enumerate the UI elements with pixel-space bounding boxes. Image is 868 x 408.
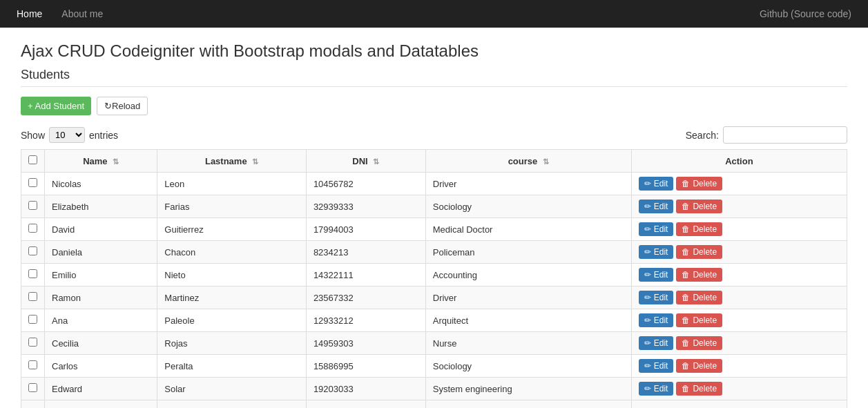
row-name: Carlos [45,355,157,378]
table-row: Elizabeth Farias 32939333 Sociology ✏ Ed… [21,195,847,218]
row-course: Sociology [425,355,631,378]
nav-about[interactable]: About me [59,8,106,19]
add-student-button[interactable]: + Add Student [21,97,91,115]
table-row: David Guitierrez 17994003 Medical Doctor… [21,218,847,241]
course-sort-icon: ⇅ [543,157,549,166]
nav-home[interactable]: Home [14,8,45,19]
edit-button[interactable]: ✏ Edit [639,336,674,350]
show-label: Show [21,130,45,141]
delete-button[interactable]: 🗑 Delete [676,382,722,396]
row-action: ✏ Edit 🗑 Delete [631,332,847,355]
row-lastname: Solar [157,378,307,400]
row-action: ✏ Edit 🗑 Delete [631,309,847,332]
delete-button[interactable]: 🗑 Delete [676,245,722,259]
search-label: Search: [686,130,719,141]
row-action: ✏ Edit 🗑 Delete [631,355,847,378]
pencil-icon: ✏ [644,179,651,188]
delete-button[interactable]: 🗑 Delete [676,268,722,282]
edit-button[interactable]: ✏ Edit [639,313,674,327]
trash-icon: 🗑 [682,361,690,371]
row-name: Elizabeth [45,195,157,218]
row-checkbox-cell [21,378,45,400]
row-checkbox[interactable] [28,178,37,187]
row-checkbox[interactable] [28,201,37,210]
row-checkbox[interactable] [28,383,37,392]
reload-button[interactable]: ↻Reload [97,97,148,115]
row-action: ✏ Edit 🗑 Delete [631,378,847,400]
row-action: ✏ Edit 🗑 Delete [631,218,847,241]
row-action: ✏ Edit 🗑 Delete [631,264,847,286]
row-course: Policeman [425,241,631,264]
pencil-icon: ✏ [644,293,651,302]
row-name: Ana [45,309,157,332]
header-checkbox-col [21,150,45,173]
edit-button[interactable]: ✏ Edit [639,291,674,304]
row-checkbox[interactable] [28,292,37,301]
trash-icon: 🗑 [682,202,690,211]
row-checkbox[interactable] [28,360,37,369]
row-lastname: Peralta [157,355,307,378]
navbar-right: Github (Source code) [757,8,854,19]
entries-select[interactable]: 10 25 50 100 [49,127,85,143]
trash-icon: 🗑 [682,293,690,302]
main-content: Ajax CRUD Codeigniter with Bootstrap mod… [0,28,868,408]
row-lastname: Paleole [157,309,307,332]
delete-button[interactable]: 🗑 Delete [676,291,722,304]
delete-button[interactable]: 🗑 Delete [676,222,722,236]
delete-button[interactable]: 🗑 Delete [676,200,722,213]
row-checkbox-cell [21,355,45,378]
table-header-row: Name ⇅ Lastname ⇅ DNI ⇅ course ⇅ Action [21,150,847,173]
delete-button[interactable]: 🗑 Delete [676,313,722,327]
footer-lastname: Lastname [157,400,307,409]
row-checkbox[interactable] [28,315,37,324]
row-dni: 23567332 [306,286,425,309]
edit-button[interactable]: ✏ Edit [639,177,674,191]
row-name: Ramon [45,286,157,309]
row-name: Nicolas [45,173,157,195]
row-course: Arquitect [425,309,631,332]
row-dni: 14322111 [306,264,425,286]
edit-button[interactable]: ✏ Edit [639,222,674,236]
search-input[interactable] [723,126,847,144]
row-course: Sociology [425,195,631,218]
row-dni: 12933212 [306,309,425,332]
edit-button[interactable]: ✏ Edit [639,200,674,213]
edit-button[interactable]: ✏ Edit [639,359,674,373]
row-lastname: Rojas [157,332,307,355]
row-name: Daniela [45,241,157,264]
show-entries: Show 10 25 50 100 entries [21,127,118,143]
row-checkbox[interactable] [28,338,37,347]
dni-sort-icon: ⇅ [373,157,379,166]
header-dni[interactable]: DNI ⇅ [306,150,425,173]
footer-checkbox-col [21,400,45,409]
row-action: ✏ Edit 🗑 Delete [631,241,847,264]
header-course[interactable]: course ⇅ [425,150,631,173]
pencil-icon: ✏ [644,315,651,325]
pencil-icon: ✏ [644,361,651,371]
delete-button[interactable]: 🗑 Delete [676,336,722,350]
trash-icon: 🗑 [682,315,690,325]
header-lastname[interactable]: Lastname ⇅ [157,150,307,173]
row-lastname: Martinez [157,286,307,309]
row-action: ✏ Edit 🗑 Delete [631,173,847,195]
table-row: Carlos Peralta 15886995 Sociology ✏ Edit… [21,355,847,378]
select-all-checkbox[interactable] [28,155,37,164]
edit-button[interactable]: ✏ Edit [639,245,674,259]
row-lastname: Chacon [157,241,307,264]
row-checkbox[interactable] [28,246,37,255]
header-name[interactable]: Name ⇅ [45,150,157,173]
table-row: Ramon Martinez 23567332 Driver ✏ Edit 🗑 … [21,286,847,309]
section-title: Students [21,68,847,87]
row-checkbox-cell [21,195,45,218]
edit-button[interactable]: ✏ Edit [639,382,674,396]
nav-github[interactable]: Github (Source code) [757,8,854,19]
footer-course: course [425,400,631,409]
row-checkbox[interactable] [28,224,37,233]
trash-icon: 🗑 [682,224,690,234]
edit-button[interactable]: ✏ Edit [639,268,674,282]
delete-button[interactable]: 🗑 Delete [676,177,722,191]
delete-button[interactable]: 🗑 Delete [676,359,722,373]
page-title: Ajax CRUD Codeigniter with Bootstrap mod… [21,41,847,61]
row-checkbox[interactable] [28,269,37,278]
row-dni: 15886995 [306,355,425,378]
